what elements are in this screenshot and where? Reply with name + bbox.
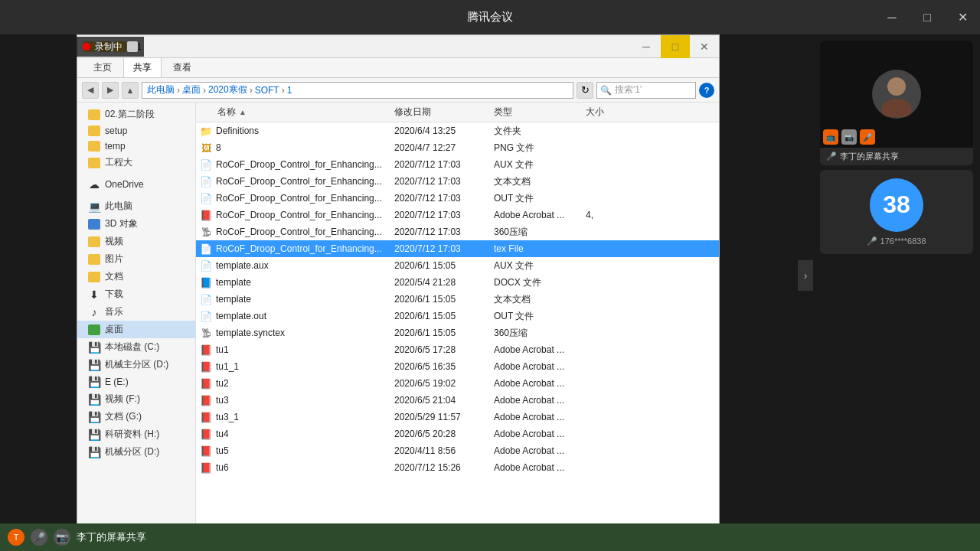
file-cell-date: 2020/6/1 15:05 <box>394 328 494 338</box>
tencent-close-button[interactable]: ✕ <box>945 0 980 34</box>
table-row[interactable]: 📘 template 2020/5/4 21:28 DOCX 文件 <box>196 274 719 291</box>
path-1[interactable]: 1 <box>287 85 292 96</box>
sidebar-item-thispc[interactable]: 💻 此电脑 <box>77 197 195 215</box>
sidebar-item-temp[interactable]: temp <box>77 139 195 154</box>
expand-panel-button[interactable]: › <box>798 260 813 291</box>
tab-home[interactable]: 主页 <box>83 57 122 77</box>
sidebar-item-c[interactable]: 💾 本地磁盘 (C:) <box>77 338 195 356</box>
up-button[interactable]: ▲ <box>122 82 139 99</box>
avatar-user1 <box>872 70 921 119</box>
col-header-size[interactable]: 大小 <box>586 106 639 119</box>
table-row[interactable]: 📄 template.out 2020/6/1 15:05 OUT 文件 <box>196 308 719 324</box>
table-row[interactable]: 📕 RoCoF_Droop_Control_for_Enhancing... 2… <box>196 207 719 223</box>
col-header-date[interactable]: 修改日期 <box>394 106 494 119</box>
table-row[interactable]: 📄 RoCoF_Droop_Control_for_Enhancing... 2… <box>196 240 719 257</box>
path-soft[interactable]: SOFT <box>255 85 279 96</box>
file-cell-type: AUX 文件 <box>494 158 586 171</box>
file-cell-date: 2020/6/5 21:04 <box>394 395 494 406</box>
file-cell-date: 2020/6/5 16:35 <box>394 361 494 372</box>
recording-stop-button[interactable] <box>127 41 138 52</box>
file-name: tu2 <box>216 378 229 389</box>
help-button[interactable]: ? <box>699 83 714 98</box>
zip-file-icon: 🗜 <box>199 226 213 238</box>
tencent-minimize-button[interactable]: ─ <box>874 0 910 34</box>
refresh-button[interactable]: ↻ <box>577 82 593 99</box>
back-button[interactable]: ◀ <box>82 82 99 99</box>
sidebar-item-docs[interactable]: 文档 <box>77 268 195 285</box>
table-row[interactable]: 📕 tu3 2020/6/5 21:04 Adobe Acrobat ... <box>196 392 719 409</box>
file-cell-type: PNG 文件 <box>494 142 586 155</box>
tab-view[interactable]: 查看 <box>163 57 201 77</box>
path-desktop[interactable]: 桌面 <box>182 83 201 96</box>
pdf-file-icon: 📕 <box>199 411 213 423</box>
col-header-name[interactable]: 名称 ▲ <box>199 106 394 119</box>
sidebar-item-gongcheng[interactable]: 工程大 <box>77 154 195 171</box>
file-cell-date: 2020/7/12 17:03 <box>394 227 494 237</box>
forward-button[interactable]: ▶ <box>102 82 119 99</box>
table-row[interactable]: 📄 RoCoF_Droop_Control_for_Enhancing... 2… <box>196 156 719 173</box>
table-row[interactable]: 📄 RoCoF_Droop_Control_for_Enhancing... 2… <box>196 190 719 207</box>
explorer-maximize-button[interactable]: □ <box>661 35 690 58</box>
pdf-file-icon: 📕 <box>199 209 213 221</box>
sidebar-label: 此电脑 <box>105 200 132 213</box>
explorer-close-button[interactable]: ✕ <box>690 35 719 58</box>
sidebar-item-video[interactable]: 视频 <box>77 233 195 250</box>
sidebar-item-onedrive[interactable]: ☁ OneDrive <box>77 176 195 193</box>
drive-icon: 💾 <box>88 341 100 354</box>
address-path[interactable]: 此电脑 › 桌面 › 2020寒假 › SOFT › 1 <box>142 82 573 99</box>
taskbar-mic-icon[interactable]: 🎤 <box>31 529 47 546</box>
sidebar-item-h[interactable]: 💾 科研资料 (H:) <box>77 425 195 443</box>
zip-file-icon: 🗜 <box>199 327 213 339</box>
tex-file-icon: 📄 <box>199 243 213 255</box>
table-row[interactable]: 🗜 template.synctex 2020/6/1 15:05 360压缩 <box>196 324 719 341</box>
path-2020[interactable]: 2020寒假 <box>208 83 247 96</box>
sidebar-item-music[interactable]: ♪ 音乐 <box>77 303 195 321</box>
file-cell-name: 📕 tu6 <box>199 461 394 474</box>
taskbar-app-icon[interactable]: T <box>8 529 24 546</box>
file-cell-name: 📕 tu3 <box>199 394 394 406</box>
pdf-file-icon: 📕 <box>199 461 213 474</box>
table-row[interactable]: 📄 RoCoF_Droop_Control_for_Enhancing... 2… <box>196 173 719 190</box>
taskbar-cam-icon[interactable]: 📷 <box>54 529 70 546</box>
explorer-minimize-button[interactable]: ─ <box>632 35 661 58</box>
sidebar-item-02[interactable]: 02.第二阶段 <box>77 106 195 123</box>
folder-file-icon: 📁 <box>199 125 213 137</box>
file-name: RoCoF_Droop_Control_for_Enhancing... <box>216 243 382 254</box>
table-row[interactable]: 🗜 RoCoF_Droop_Control_for_Enhancing... 2… <box>196 223 719 240</box>
sidebar-item-setup[interactable]: setup <box>77 123 195 139</box>
file-cell-name: 📁 Definitions <box>199 125 394 137</box>
table-row[interactable]: 📄 template.aux 2020/6/1 15:05 AUX 文件 <box>196 257 719 274</box>
table-row[interactable]: 📄 template 2020/6/1 15:05 文本文档 <box>196 291 719 308</box>
folder-icon <box>88 158 100 168</box>
tab-share[interactable]: 共享 <box>123 57 162 77</box>
table-row[interactable]: 📕 tu1_1 2020/6/5 16:35 Adobe Acrobat ... <box>196 358 719 375</box>
sidebar-item-desktop[interactable]: 桌面 <box>77 321 195 338</box>
file-name: Definitions <box>216 126 259 136</box>
col-header-type[interactable]: 类型 <box>494 106 586 119</box>
file-cell-date: 2020/6/1 15:05 <box>394 294 494 305</box>
file-cell-date: 2020/4/11 8:56 <box>394 445 494 456</box>
table-row[interactable]: 📕 tu2 2020/6/5 19:02 Adobe Acrobat ... <box>196 375 719 392</box>
sidebar-item-d2[interactable]: 💾 机械分区 (D:) <box>77 443 195 461</box>
file-cell-name: 📕 tu2 <box>199 377 394 390</box>
table-row[interactable]: 📕 tu1 2020/6/5 17:28 Adobe Acrobat ... <box>196 341 719 358</box>
sidebar-item-e[interactable]: 💾 E (E:) <box>77 373 195 390</box>
table-row[interactable]: 📁 Definitions 2020/6/4 13:25 文件夹 <box>196 122 719 139</box>
table-row[interactable]: 📕 tu4 2020/6/5 20:28 Adobe Acrobat ... <box>196 425 719 442</box>
path-computer[interactable]: 此电脑 <box>147 83 175 96</box>
file-cell-type: Adobe Acrobat ... <box>494 412 586 422</box>
folder-icon <box>88 236 100 247</box>
sidebar-item-images[interactable]: 图片 <box>77 250 195 268</box>
table-row[interactable]: 🖼 8 2020/4/7 12:27 PNG 文件 <box>196 139 719 156</box>
sidebar-item-f[interactable]: 💾 视频 (F:) <box>77 390 195 408</box>
search-box[interactable]: 🔍 搜索'1' <box>596 82 696 99</box>
sidebar-item-g[interactable]: 💾 文档 (G:) <box>77 408 195 425</box>
table-row[interactable]: 📕 tu6 2020/7/12 15:26 Adobe Acrobat ... <box>196 459 719 476</box>
pdf-file-icon: 📕 <box>199 445 213 457</box>
table-row[interactable]: 📕 tu3_1 2020/5/29 11:57 Adobe Acrobat ..… <box>196 409 719 425</box>
sidebar-item-d[interactable]: 💾 机械主分区 (D:) <box>77 356 195 373</box>
tencent-maximize-button[interactable]: □ <box>910 0 945 34</box>
sidebar-item-downloads[interactable]: ⬇ 下载 <box>77 285 195 303</box>
table-row[interactable]: 📕 tu5 2020/4/11 8:56 Adobe Acrobat ... <box>196 442 719 459</box>
sidebar-item-3d[interactable]: 3D 对象 <box>77 215 195 233</box>
